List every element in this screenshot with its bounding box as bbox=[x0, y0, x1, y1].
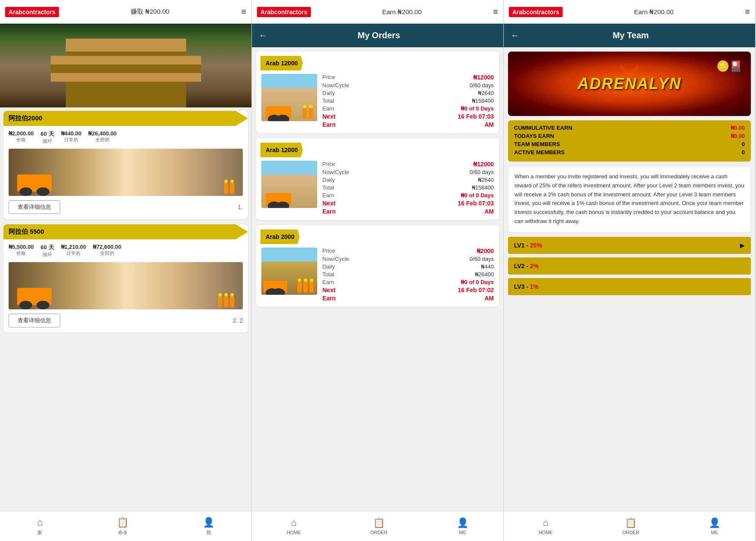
stat-price-label-1: 价格 bbox=[16, 137, 26, 143]
nav-me-home[interactable]: 👤 我 bbox=[203, 517, 214, 536]
order-total-value-3: ₦26400 bbox=[475, 271, 494, 278]
order-image-bg-3 bbox=[261, 248, 317, 295]
active-members-row: ACTIVE MEMBERS 0 bbox=[514, 149, 745, 156]
level-bar-3[interactable]: LV3 - 1% bbox=[508, 278, 751, 295]
order-details-2: Price ₦12000 Now/Cycle 0/60 days Daily ₦… bbox=[322, 161, 494, 215]
order-earn-row-2: Earn ₦0 of 0 Days bbox=[322, 192, 494, 199]
menu-icon-home[interactable]: ≡ bbox=[241, 7, 246, 17]
order-earn-value-3: ₦0 of 0 Days bbox=[461, 279, 494, 285]
back-button-orders[interactable]: ← bbox=[259, 31, 267, 40]
earn-orders: Earn ₦200.00 bbox=[382, 8, 422, 16]
nav-me-orders[interactable]: 👤 ME bbox=[457, 517, 468, 535]
header-orders: Arabcontractors Earn ₦200.00 ≡ bbox=[252, 0, 503, 24]
order-image-bg-1 bbox=[261, 74, 317, 121]
nav-home-home[interactable]: ⌂ 家 bbox=[37, 517, 43, 536]
nav-home-label: 家 bbox=[37, 529, 42, 536]
order-price-row-2: Price ₦12000 bbox=[322, 161, 494, 168]
order-icon-team: 📋 bbox=[625, 517, 637, 529]
order-earn2-value-3: AM bbox=[484, 295, 494, 302]
order-total-row-1: Total ₦158400 bbox=[322, 98, 494, 104]
stat-cycle-label-2: 循环 bbox=[43, 251, 52, 258]
order-earn2-value-1: AM bbox=[484, 121, 494, 128]
order-card-3: Arab 2000 Price ₦2 bbox=[256, 225, 499, 307]
order-earn2-row-3: Earn AM bbox=[322, 295, 494, 302]
order-daily-label-2: Daily bbox=[322, 177, 335, 183]
order-daily-label-3: Daily bbox=[322, 263, 335, 270]
stat-total-label-1: 全部的 bbox=[95, 137, 110, 143]
cumulative-earn-row: CUMMULATIVE EARN ₦0.00 bbox=[514, 125, 745, 131]
order-workers-3 bbox=[297, 282, 314, 293]
detail-button-2[interactable]: 查看详细信息 bbox=[9, 314, 60, 327]
order-title-3: Arab 2000 bbox=[266, 233, 294, 240]
worker-3 bbox=[218, 296, 222, 307]
menu-icon-orders[interactable]: ≡ bbox=[493, 7, 498, 17]
order-earn-value-1: ₦0 of 0 Days bbox=[461, 105, 494, 112]
order-total-label-3: Total bbox=[322, 271, 334, 278]
nav-me-team[interactable]: 👤 ME bbox=[709, 517, 720, 535]
menu-icon-team[interactable]: ≡ bbox=[745, 7, 750, 17]
order-earn2-label-1: Earn bbox=[322, 121, 336, 128]
order-earn2-row-2: Earn AM bbox=[322, 208, 494, 215]
order-details-1: Price ₦12000 Now/Cycle 0/60 days Daily ₦… bbox=[322, 74, 494, 128]
back-button-team[interactable]: ← bbox=[511, 31, 519, 40]
nav-me-label: 我 bbox=[206, 529, 211, 536]
team-members-row: TEAM MEMBERS 0 bbox=[514, 141, 745, 147]
level-bar-label-1: LV1 - 25% bbox=[514, 242, 542, 249]
order-daily-value-3: ₦440 bbox=[481, 263, 494, 270]
logo-orders: Arabcontractors bbox=[257, 7, 311, 17]
stat-total-1: ₦26,400.00 全部的 bbox=[88, 130, 116, 144]
product-image-bg-2 bbox=[9, 262, 243, 309]
order-next-value-3: 16 Feb 07:02 bbox=[458, 287, 494, 293]
nav-order-home[interactable]: 📋 命令 bbox=[117, 517, 129, 536]
level-percent-1: 25% bbox=[530, 242, 542, 249]
stat-price-label-2: 价格 bbox=[16, 250, 26, 257]
nav-me-orders-label: ME bbox=[459, 530, 466, 535]
order-daily-value-1: ₦2640 bbox=[478, 90, 494, 96]
order-cycle-value-1: 0/60 days bbox=[470, 82, 494, 89]
todays-earn-row: TODAYS EARN ₦0.00 bbox=[514, 133, 745, 139]
nav-order-orders[interactable]: 📋 ORDER bbox=[370, 517, 388, 535]
todays-earn-label: TODAYS EARN bbox=[514, 133, 554, 139]
panel-team: Arabcontractors Earn ₦200.00 ≡ ← My Team… bbox=[504, 0, 756, 541]
team-members-label: TEAM MEMBERS bbox=[514, 141, 560, 147]
order-next-row-2: Next 16 Feb 07:03 bbox=[322, 200, 494, 207]
order-total-row-2: Total ₦158400 bbox=[322, 184, 494, 191]
order-cycle-label-3: Now/Cycle bbox=[322, 256, 349, 262]
order-next-label-3: Next bbox=[322, 287, 335, 293]
order-earn-row-1: Earn ₦0 of 0 Days bbox=[322, 105, 494, 112]
order-earn-row-3: Earn ₦0 of 0 Days bbox=[322, 279, 494, 285]
worker-4 bbox=[224, 296, 228, 307]
order-worker-4 bbox=[303, 282, 308, 293]
dark-header-orders: ← My Orders bbox=[252, 24, 503, 47]
product-footer-2: 查看详细信息 2. 2 bbox=[3, 314, 248, 327]
order-machine-1 bbox=[266, 106, 291, 119]
earn-team: Earn ₦200.00 bbox=[634, 8, 673, 16]
detail-button-1[interactable]: 查看详细信息 bbox=[9, 200, 60, 214]
product-card-2: 阿拉伯 5500 ₦5,500.00 价格 60 天 循环 ₦1,210.00 … bbox=[3, 224, 248, 333]
level-bar-2[interactable]: LV2 - 2% bbox=[508, 257, 751, 275]
nav-order-team[interactable]: 📋 ORDER bbox=[622, 517, 640, 535]
order-earn2-label-3: Earn bbox=[322, 295, 336, 302]
order-total-value-1: ₦158400 bbox=[472, 98, 494, 104]
stat-total-label-2: 全部的 bbox=[100, 250, 114, 257]
adrenalyn-banner: ADRENALYN 🪙🎴 bbox=[508, 52, 751, 116]
order-details-3: Price ₦2000 Now/Cycle 0/60 days Daily ₦4… bbox=[322, 248, 494, 302]
order-earn2-label-2: Earn bbox=[322, 208, 336, 215]
order-daily-row-3: Daily ₦440 bbox=[322, 263, 494, 270]
home-icon-home: ⌂ bbox=[37, 517, 43, 528]
stat-price-2: ₦5,500.00 价格 bbox=[9, 244, 34, 258]
nav-home-team[interactable]: ⌂ HOME bbox=[539, 517, 553, 535]
order-body-1: Price ₦12000 Now/Cycle 0/60 days Daily ₦… bbox=[256, 74, 499, 133]
worker-1 bbox=[224, 183, 228, 194]
stat-cycle-label-1: 循环 bbox=[43, 138, 52, 144]
workers-icon-2 bbox=[218, 296, 234, 307]
nav-home-orders[interactable]: ⌂ HOME bbox=[287, 517, 301, 535]
order-next-value-1: 16 Feb 07:03 bbox=[458, 113, 494, 120]
order-image-1 bbox=[261, 74, 317, 121]
order-body-3: Price ₦2000 Now/Cycle 0/60 days Daily ₦4… bbox=[256, 248, 499, 307]
order-daily-value-2: ₦2640 bbox=[478, 177, 494, 183]
level-bar-1[interactable]: LV1 - 25% ▶ bbox=[508, 237, 751, 254]
order-next-label-1: Next bbox=[322, 113, 335, 120]
stat-price-value-2: ₦5,500.00 bbox=[9, 244, 34, 250]
product-title-1: 阿拉伯2000 bbox=[9, 114, 42, 122]
